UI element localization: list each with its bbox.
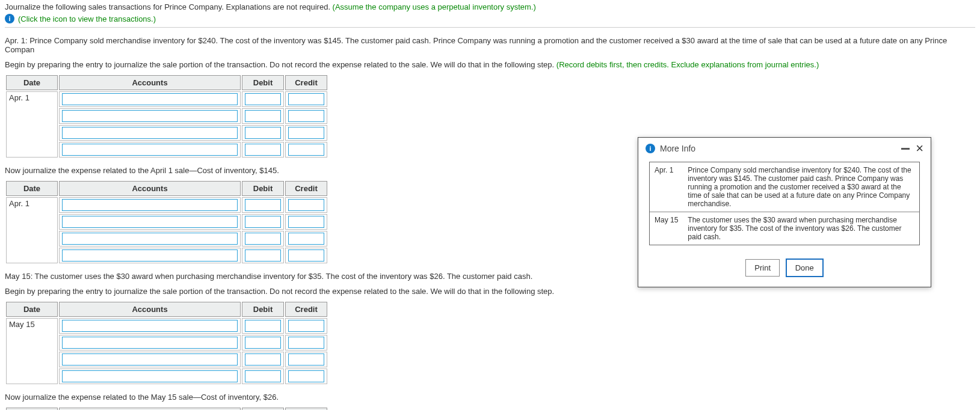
th-debit: Debit xyxy=(242,302,284,317)
done-button[interactable]: Done xyxy=(786,259,824,277)
th-date: Date xyxy=(6,302,58,317)
modal-title: More Info xyxy=(660,144,901,153)
question-intro: Journalize the following sales transacti… xyxy=(5,2,975,11)
modal-header: i More Info × xyxy=(638,138,931,158)
accounts-input[interactable] xyxy=(62,144,238,156)
apr1-instr-text: Begin by preparing the entry to journali… xyxy=(5,60,556,69)
th-credit: Credit xyxy=(285,302,327,317)
accounts-input[interactable] xyxy=(62,199,238,211)
th-accounts: Accounts xyxy=(59,75,241,90)
accounts-input[interactable] xyxy=(62,249,238,262)
debit-input[interactable] xyxy=(245,199,281,211)
accounts-input[interactable] xyxy=(62,370,238,382)
journal-table-apr1-sale: Date Accounts Debit Credit Apr. 1 xyxy=(5,74,328,159)
apr1-description: Apr. 1: Prince Company sold merchandise … xyxy=(5,36,975,54)
debit-input[interactable] xyxy=(245,93,281,105)
more-info-modal: i More Info × Apr. 1 Prince Company sold… xyxy=(638,137,931,287)
minimize-icon[interactable] xyxy=(901,148,910,150)
debit-input[interactable] xyxy=(245,320,281,332)
accounts-input[interactable] xyxy=(62,110,238,122)
debit-input[interactable] xyxy=(245,127,281,139)
may15-instruction: Begin by preparing the entry to journali… xyxy=(5,287,975,296)
accounts-input[interactable] xyxy=(62,127,238,139)
intro-green: (Assume the company uses a perpetual inv… xyxy=(333,2,536,11)
credit-input[interactable] xyxy=(288,320,324,332)
accounts-input[interactable] xyxy=(62,320,238,332)
debit-input[interactable] xyxy=(245,233,281,245)
credit-input[interactable] xyxy=(288,144,324,156)
debit-input[interactable] xyxy=(245,249,281,262)
credit-input[interactable] xyxy=(288,353,324,366)
th-date: Date xyxy=(6,181,58,196)
th-debit: Dabit xyxy=(242,408,284,410)
credit-input[interactable] xyxy=(288,110,324,122)
credit-input[interactable] xyxy=(288,199,324,211)
accounts-input[interactable] xyxy=(62,233,238,245)
row-date: Apr. 1 xyxy=(6,91,58,158)
credit-input[interactable] xyxy=(288,233,324,245)
info-link-row: i (Click the icon to view the transactio… xyxy=(5,14,975,23)
close-icon[interactable]: × xyxy=(916,144,923,153)
debit-input[interactable] xyxy=(245,370,281,382)
journal-table-may15-sale: Date Accounts Debit Credit May 15 xyxy=(5,301,328,385)
debit-input[interactable] xyxy=(245,216,281,228)
modal-row-date: Apr. 1 xyxy=(650,162,683,212)
credit-input[interactable] xyxy=(288,216,324,228)
info-link-text[interactable]: (Click the icon to view the transactions… xyxy=(18,14,156,23)
row-date: Apr. 1 xyxy=(6,197,58,263)
apr1-instr-green: (Record debits first, then credits. Excl… xyxy=(556,60,819,69)
may15-expense-instruction: Now journalize the expense related to th… xyxy=(5,393,975,402)
intro-text: Journalize the following sales transacti… xyxy=(5,2,333,11)
debit-input[interactable] xyxy=(245,144,281,156)
modal-row-text: The customer uses the $30 award when pur… xyxy=(683,212,919,245)
modal-row: May 15 The customer uses the $30 award w… xyxy=(650,212,919,245)
debit-input[interactable] xyxy=(245,353,281,366)
credit-input[interactable] xyxy=(288,93,324,105)
info-icon[interactable]: i xyxy=(5,14,14,23)
credit-input[interactable] xyxy=(288,337,324,349)
th-accounts: Accounts xyxy=(59,302,241,317)
debit-input[interactable] xyxy=(245,110,281,122)
th-credit: Cradit xyxy=(285,408,327,410)
th-debit: Debit xyxy=(242,75,284,90)
journal-table-may15-expense-partial: Data Accounts Dabit Cradit xyxy=(5,406,328,410)
apr1-instruction: Begin by preparing the entry to journali… xyxy=(5,60,975,69)
journal-table-apr1-expense: Date Accounts Debit Credit Apr. 1 xyxy=(5,180,328,265)
separator xyxy=(5,27,975,28)
th-debit: Debit xyxy=(242,181,284,196)
info-icon: i xyxy=(646,144,655,153)
modal-row-text: Prince Company sold merchandise inventor… xyxy=(683,162,919,212)
credit-input[interactable] xyxy=(288,127,324,139)
credit-input[interactable] xyxy=(288,249,324,262)
th-credit: Credit xyxy=(285,181,327,196)
th-date: Date xyxy=(6,75,58,90)
modal-row: Apr. 1 Prince Company sold merchandise i… xyxy=(650,162,919,212)
th-date: Data xyxy=(6,408,58,410)
modal-row-date: May 15 xyxy=(650,212,683,245)
th-credit: Credit xyxy=(285,75,327,90)
accounts-input[interactable] xyxy=(62,353,238,366)
accounts-input[interactable] xyxy=(62,337,238,349)
accounts-input[interactable] xyxy=(62,93,238,105)
debit-input[interactable] xyxy=(245,337,281,349)
print-button[interactable]: Print xyxy=(745,259,780,277)
modal-content-box: Apr. 1 Prince Company sold merchandise i… xyxy=(649,162,920,245)
credit-input[interactable] xyxy=(288,370,324,382)
row-date: May 15 xyxy=(6,318,58,384)
modal-footer: Print Done xyxy=(638,252,931,287)
accounts-input[interactable] xyxy=(62,216,238,228)
th-accounts: Accounts xyxy=(59,408,241,410)
th-accounts: Accounts xyxy=(59,181,241,196)
